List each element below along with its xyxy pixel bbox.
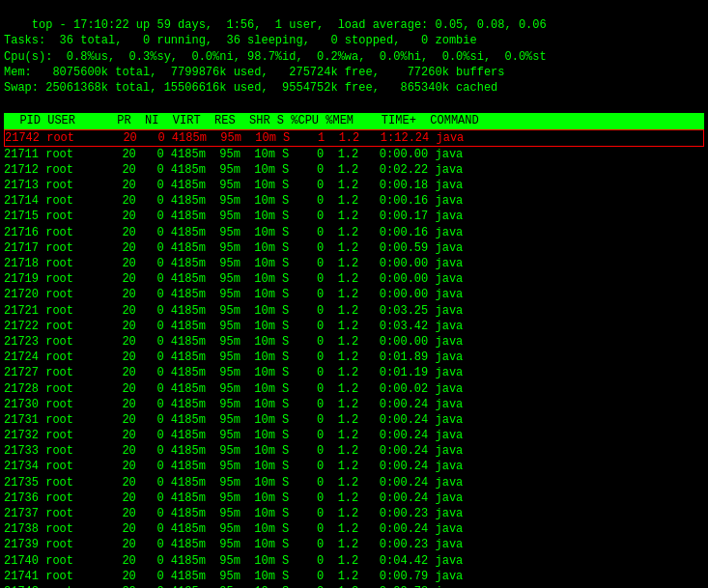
table-row: 21712 root 20 0 4185m 95m 10m S 0 1.2 0:… bbox=[4, 162, 704, 178]
table-row: 21727 root 20 0 4185m 95m 10m S 0 1.2 0:… bbox=[4, 365, 704, 380]
table-row: 21711 root 20 0 4185m 95m 10m S 0 1.2 0:… bbox=[4, 147, 704, 162]
table-row: 21714 root 20 0 4185m 95m 10m S 0 1.2 0:… bbox=[4, 193, 704, 209]
table-header: PID USER PR NI VIRT RES SHR S %CPU %MEM … bbox=[4, 113, 704, 128]
table-row: 21735 root 20 0 4185m 95m 10m S 0 1.2 0:… bbox=[4, 475, 704, 490]
header-line4: Mem: 8075600k total, 7799876k used, 2757… bbox=[4, 66, 504, 79]
table-row: 21736 root 20 0 4185m 95m 10m S 0 1.2 0:… bbox=[4, 490, 704, 506]
table-row: 21737 root 20 0 4185m 95m 10m S 0 1.2 0:… bbox=[4, 506, 704, 521]
table-row: 21716 root 20 0 4185m 95m 10m S 0 1.2 0:… bbox=[4, 225, 704, 240]
table-row: 21730 root 20 0 4185m 95m 10m S 0 1.2 0:… bbox=[4, 397, 704, 412]
table-row: 21722 root 20 0 4185m 95m 10m S 0 1.2 0:… bbox=[4, 319, 704, 334]
table-row: 21740 root 20 0 4185m 95m 10m S 0 1.2 0:… bbox=[4, 553, 704, 569]
table-row: 21713 root 20 0 4185m 95m 10m S 0 1.2 0:… bbox=[4, 178, 704, 193]
table-row: 21739 root 20 0 4185m 95m 10m S 0 1.2 0:… bbox=[4, 537, 704, 552]
header-line2: Tasks: 36 total, 0 running, 36 sleeping,… bbox=[4, 34, 477, 47]
table-row: 21719 root 20 0 4185m 95m 10m S 0 1.2 0:… bbox=[4, 271, 704, 287]
table-row: 21732 root 20 0 4185m 95m 10m S 0 1.2 0:… bbox=[4, 428, 704, 443]
table-row: 21720 root 20 0 4185m 95m 10m S 0 1.2 0:… bbox=[4, 287, 704, 302]
table-row: 21734 root 20 0 4185m 95m 10m S 0 1.2 0:… bbox=[4, 459, 704, 474]
table-row: 21715 root 20 0 4185m 95m 10m S 0 1.2 0:… bbox=[4, 209, 704, 224]
table-row: 21723 root 20 0 4185m 95m 10m S 0 1.2 0:… bbox=[4, 334, 704, 350]
header-line1: top - 17:10:22 up 59 days, 1:56, 1 user,… bbox=[32, 18, 547, 32]
table-row: 21731 root 20 0 4185m 95m 10m S 0 1.2 0:… bbox=[4, 412, 704, 428]
table-row: 21733 root 20 0 4185m 95m 10m S 0 1.2 0:… bbox=[4, 443, 704, 459]
table-row: 21728 root 20 0 4185m 95m 10m S 0 1.2 0:… bbox=[4, 381, 704, 397]
table-body: 21742 root 20 0 4185m 95m 10m S 1 1.2 1:… bbox=[4, 129, 704, 589]
table-row: 21724 root 20 0 4185m 95m 10m S 0 1.2 0:… bbox=[4, 350, 704, 365]
header-section: top - 17:10:22 up 59 days, 1:56, 1 user,… bbox=[4, 2, 704, 111]
table-row: 21717 root 20 0 4185m 95m 10m S 0 1.2 0:… bbox=[4, 240, 704, 256]
terminal: top - 17:10:22 up 59 days, 1:56, 1 user,… bbox=[0, 0, 708, 588]
table-row: 21721 root 20 0 4185m 95m 10m S 0 1.2 0:… bbox=[4, 303, 704, 319]
table-row: 21743 root 20 0 4185m 95m 10m S 0 1.2 0:… bbox=[4, 584, 704, 588]
header-line5: Swap: 25061368k total, 15506616k used, 9… bbox=[4, 81, 497, 95]
table-row: 21742 root 20 0 4185m 95m 10m S 1 1.2 1:… bbox=[4, 129, 704, 147]
table-row: 21741 root 20 0 4185m 95m 10m S 0 1.2 0:… bbox=[4, 569, 704, 584]
table-row: 21738 root 20 0 4185m 95m 10m S 0 1.2 0:… bbox=[4, 521, 704, 537]
header-line3: Cpu(s): 0.8%us, 0.3%sy, 0.0%ni, 98.7%id,… bbox=[4, 50, 547, 64]
table-row: 21718 root 20 0 4185m 95m 10m S 0 1.2 0:… bbox=[4, 256, 704, 271]
process-table: PID USER PR NI VIRT RES SHR S %CPU %MEM … bbox=[4, 113, 704, 588]
